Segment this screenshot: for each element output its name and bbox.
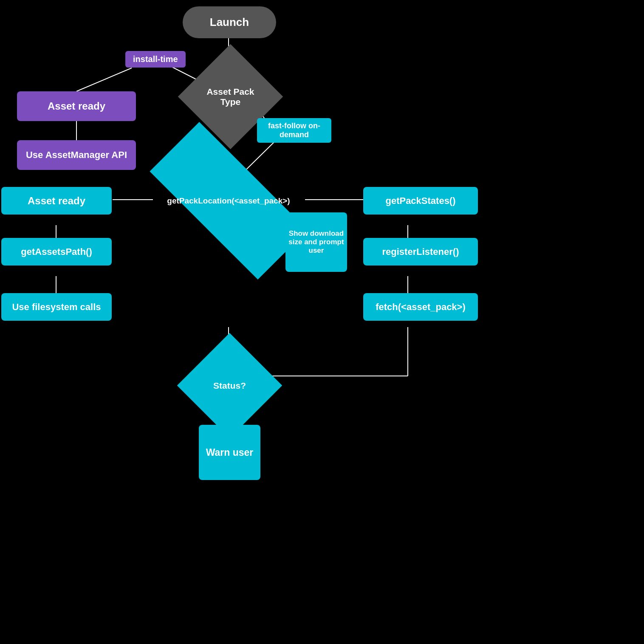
fetch-asset-pack: fetch(<asset_pack>) [363,293,478,321]
use-filesystem-calls: Use filesystem calls [1,293,112,321]
warn-user: Warn user [199,425,260,480]
asset-ready-2: Asset ready [1,187,112,215]
install-time-label: install-time [125,51,186,68]
get-pack-states: getPackStates() [363,187,478,215]
status-diamond: Status? [192,348,267,423]
launch-node: Launch [183,6,276,38]
asset-ready-1: Asset ready [17,91,136,121]
fast-follow-label: fast-follow on-demand [257,118,331,143]
asset-pack-type-diamond: Asset Pack Type [193,59,268,134]
get-assets-path: getAssetsPath() [1,238,112,266]
svg-line-2 [76,68,132,91]
use-asset-manager: Use AssetManager API [17,140,136,170]
get-pack-location-diamond: getPackLocation(<asset_pack>) [152,166,305,236]
register-listener: registerListener() [363,238,478,266]
